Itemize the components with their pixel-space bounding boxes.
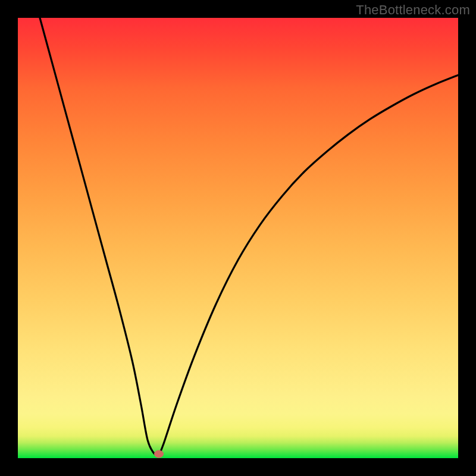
plot-area [18,18,458,458]
minimum-marker [154,450,164,458]
watermark-text: TheBottleneck.com [356,2,470,18]
bottleneck-curve [18,18,458,458]
chart-stage: TheBottleneck.com [0,0,476,476]
